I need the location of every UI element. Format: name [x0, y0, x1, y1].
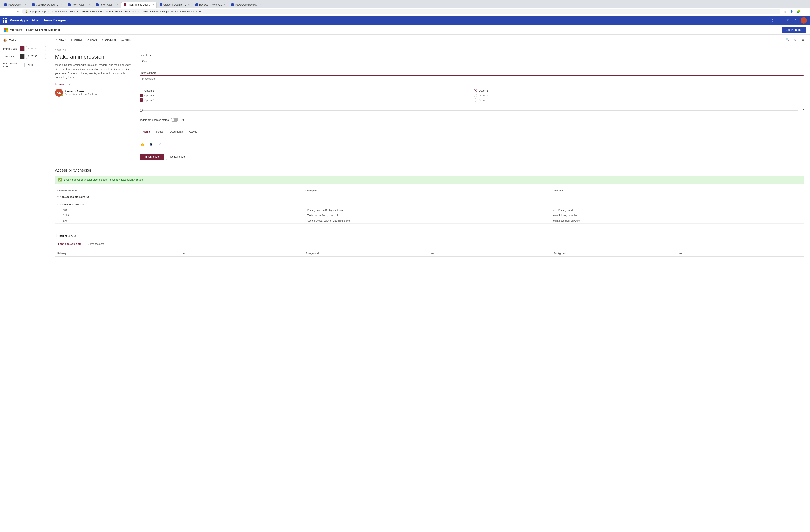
tab-documents[interactable]: Documents [167, 129, 186, 135]
text-color-input[interactable] [26, 54, 46, 59]
primary-button[interactable]: Primary button [140, 153, 164, 160]
radio-option-2[interactable]: Option 2 [474, 94, 804, 97]
share-icon[interactable]: ⬡ [769, 17, 775, 23]
plus-icon: ＋ [55, 38, 58, 41]
forward-button[interactable]: → [9, 9, 14, 14]
tab-close-2[interactable]: ✕ [61, 3, 62, 6]
tab-add-button[interactable]: ＋ [264, 2, 270, 8]
tab-close-1[interactable]: ✕ [25, 3, 27, 6]
tab-close-5[interactable]: ✕ [152, 3, 154, 6]
tab-close-3[interactable]: ✕ [88, 3, 90, 6]
app-title-text: Power Apps [10, 19, 28, 22]
content-area: ＋ New ▾ ⬆ Upload ↗ Share ⬇ Download … Mo… [49, 35, 810, 532]
background-color-label: Background color [3, 62, 20, 68]
color-pair-header: Color pair [306, 189, 553, 192]
tab-close-8[interactable]: ✕ [260, 3, 261, 6]
url-text: apps.powerapps.com/play/2f6b0e93-7676-40… [30, 10, 778, 13]
radio-option-3[interactable]: Option 3 [474, 99, 804, 102]
share-icon-toolbar: ↗ [87, 38, 89, 41]
ratio-3: 6.46 [63, 219, 307, 222]
range-value: 0 [800, 109, 804, 112]
range-slider[interactable] [140, 110, 798, 111]
mobile-icon[interactable]: 📱 [148, 142, 154, 147]
browser-menu-icon[interactable]: ⋮ [802, 9, 808, 14]
tab-fluent-theme[interactable]: Fluent Theme Designer -... ✕ [121, 2, 157, 8]
tab-review-tool[interactable]: Power Apps Review Tool -... ✕ [229, 2, 264, 8]
settings-icon[interactable]: ⚙ [785, 17, 791, 23]
options-grid: Option 1 Option 1 Option 2 Option 2 [140, 89, 804, 102]
text-color-preview[interactable] [20, 54, 25, 59]
tab-close-4[interactable]: ✕ [116, 3, 118, 6]
toolbar: ＋ New ▾ ⬆ Upload ↗ Share ⬇ Download … Mo… [49, 35, 810, 45]
tab-power-apps-1[interactable]: Power Apps ✕ [2, 2, 29, 8]
ms-logo: Microsoft | Fluent UI Theme Designer [4, 28, 60, 32]
toggle-switch[interactable] [171, 118, 178, 122]
non-accessible-label[interactable]: ▾ Non accessible pairs (0) [55, 194, 804, 200]
download-button[interactable]: ⬇ Download [100, 37, 118, 43]
accessible-label[interactable]: ▾ Accessible pairs (3) [55, 201, 804, 207]
url-box[interactable]: 🔒 apps.powerapps.com/play/2f6b0e93-7676-… [22, 9, 780, 14]
filter-button[interactable]: ⚇ [792, 37, 798, 43]
select-box[interactable]: Content ▾ [140, 58, 804, 64]
settings-fluent-icon[interactable]: ✳ [157, 142, 162, 147]
back-button[interactable]: ← [2, 9, 8, 14]
download-icon[interactable]: ⬇ [777, 17, 783, 23]
tab-power-apps-3[interactable]: Power Apps ✕ [65, 2, 93, 8]
primary-color-label: Primary color [3, 47, 20, 50]
ratio-2: 12.98 [63, 214, 307, 217]
learn-more-link[interactable]: Learn more › [55, 83, 134, 85]
waffle-icon[interactable] [3, 18, 7, 22]
thumbs-up-icon[interactable]: 👍 [140, 142, 145, 147]
share-button[interactable]: ↗ Share [85, 37, 99, 43]
search-button[interactable]: 🔍 [784, 37, 790, 43]
stories-body: Make a big impression with this clean, m… [55, 63, 134, 80]
tab-bar: Power Apps ✕ Code Review Tool Experim...… [0, 0, 810, 8]
main-layout: 🎨 Color Primary color Text color Backgro… [0, 35, 810, 532]
tab-pages[interactable]: Pages [153, 129, 167, 135]
checkbox-option-2[interactable]: Option 2 [140, 94, 470, 97]
range-row: 0 [140, 109, 804, 112]
sidebar: 🎨 Color Primary color Text color Backgro… [0, 35, 49, 532]
primary-color-input[interactable] [26, 46, 46, 51]
hex-col-header-3: Hex [678, 252, 802, 255]
app-title: Power Apps | Fluent Theme Designer [10, 19, 67, 22]
slot-tab-semantic[interactable]: Semantic slots [85, 241, 108, 247]
background-color-input[interactable] [26, 63, 46, 67]
checkbox-option-3[interactable]: Option 3 [140, 99, 470, 102]
tab-home[interactable]: Home [140, 129, 153, 135]
new-button[interactable]: ＋ New ▾ [53, 37, 68, 43]
more-button[interactable]: … More [119, 37, 133, 43]
slot-tab-fabric[interactable]: Fabric palette slots [55, 241, 85, 247]
text-input-field[interactable] [140, 76, 804, 82]
select-value: Content [142, 60, 151, 63]
tab-close-7[interactable]: ✕ [224, 3, 226, 6]
checkbox-option-1[interactable]: Option 1 [140, 89, 470, 92]
background-color-preview[interactable] [20, 63, 25, 67]
browser-chrome: Power Apps ✕ Code Review Tool Experim...… [0, 0, 810, 16]
chevron-down-select-icon: ▾ [800, 60, 801, 63]
success-icon: ✅ [58, 178, 62, 182]
radio-option-1[interactable]: Option 1 [474, 89, 804, 92]
refresh-button[interactable]: ↻ [15, 9, 20, 14]
background-color-row: Background color [3, 62, 46, 68]
stories-label: STORIES [55, 49, 804, 51]
tab-creator-kit[interactable]: Creator Kit Control Refere... ✕ [157, 2, 192, 8]
profile-icon[interactable]: 👤 [789, 9, 794, 14]
primary-color-preview[interactable] [20, 46, 25, 51]
user-avatar[interactable]: U [800, 17, 807, 23]
default-button[interactable]: Default button [166, 153, 190, 160]
export-theme-button[interactable]: Export theme [782, 27, 806, 33]
tab-activity[interactable]: Activity [186, 129, 200, 135]
tab-power-apps-4[interactable]: Power Apps ✕ [93, 2, 121, 8]
tab-reviews[interactable]: Reviews – Power Apps ✕ [193, 2, 228, 8]
help-icon[interactable]: ? [793, 17, 799, 23]
extensions-icon[interactable]: 🧩 [795, 9, 801, 14]
bookmark-icon[interactable]: ☆ [782, 9, 788, 14]
list-view-button[interactable]: ☰ [800, 37, 806, 43]
tab-close-6[interactable]: ✕ [188, 3, 190, 6]
tab-code-review[interactable]: Code Review Tool Experim... ✕ [30, 2, 65, 8]
foreground-col-header: Foreground [306, 252, 430, 255]
slots-tabs: Fabric palette slots Semantic slots [55, 241, 804, 247]
upload-button[interactable]: ⬆ Upload [69, 37, 84, 43]
lock-icon: 🔒 [25, 10, 28, 13]
